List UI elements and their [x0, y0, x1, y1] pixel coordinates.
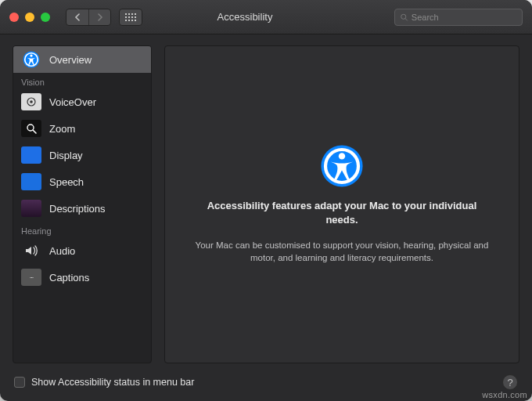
footer: Show Accessibility status in menu bar ? — [0, 363, 532, 401]
menubar-status-checkbox-row[interactable]: Show Accessibility status in menu bar — [14, 377, 194, 388]
menubar-status-label: Show Accessibility status in menu bar — [31, 377, 194, 388]
search-icon — [400, 13, 408, 22]
voiceover-icon — [21, 93, 41, 110]
chevron-right-icon — [97, 13, 103, 21]
close-button[interactable] — [9, 13, 19, 22]
svg-line-1 — [405, 18, 407, 20]
sidebar-section-hearing: Hearing — [13, 222, 151, 237]
sidebar-item-label: Speech — [49, 176, 84, 188]
svg-point-4 — [30, 54, 32, 56]
accessibility-hero-icon — [320, 144, 364, 188]
svg-point-11 — [339, 153, 345, 159]
audio-icon — [21, 242, 41, 259]
sidebar-item-speech[interactable]: Speech — [13, 168, 151, 195]
accessibility-icon — [21, 51, 41, 68]
content-pane: Accessibility features adapt your Mac to… — [164, 45, 519, 363]
search-input[interactable] — [412, 13, 517, 22]
zoom-icon — [21, 120, 41, 137]
speech-icon — [21, 173, 41, 190]
back-button[interactable] — [66, 9, 88, 25]
sidebar-item-overview[interactable]: Overview — [13, 46, 151, 73]
descriptions-icon — [21, 200, 41, 217]
sidebar-item-audio[interactable]: Audio — [13, 237, 151, 264]
window-body: Overview Vision VoiceOver Zoom Display — [0, 34, 532, 363]
titlebar: Accessibility — [0, 0, 532, 34]
menubar-status-checkbox[interactable] — [14, 377, 25, 388]
zoom-button[interactable] — [41, 13, 50, 22]
sidebar-item-label: Overview — [49, 54, 92, 66]
preferences-window: Accessibility Overview Vision — [0, 0, 532, 401]
search-field[interactable] — [394, 9, 523, 26]
sidebar-item-descriptions[interactable]: Descriptions — [13, 195, 151, 222]
captions-icon: ··· — [21, 269, 41, 286]
display-icon — [21, 146, 41, 164]
window-controls — [9, 13, 50, 22]
minimize-button[interactable] — [25, 13, 34, 22]
watermark: wsxdn.com — [482, 390, 527, 399]
sidebar-item-label: Zoom — [49, 123, 75, 135]
sidebar-item-voiceover[interactable]: VoiceOver — [13, 89, 151, 115]
sidebar-item-label: Display — [49, 150, 83, 161]
svg-line-8 — [33, 130, 36, 133]
sidebar-item-label: Descriptions — [49, 203, 106, 215]
sidebar-item-label: Audio — [49, 245, 75, 257]
sidebar-item-label: Captions — [49, 272, 89, 284]
content-subtext: Your Mac can be customised to support yo… — [195, 239, 489, 265]
sidebar-item-captions[interactable]: ··· Captions — [13, 264, 151, 291]
content-heading: Accessibility features adapt your Mac to… — [195, 199, 489, 227]
sidebar[interactable]: Overview Vision VoiceOver Zoom Display — [13, 45, 152, 363]
window-title: Accessibility — [103, 11, 386, 23]
sidebar-item-zoom[interactable]: Zoom — [13, 115, 151, 142]
sidebar-section-vision: Vision — [13, 73, 151, 89]
svg-point-6 — [30, 100, 33, 103]
help-button[interactable]: ? — [502, 374, 518, 390]
sidebar-item-display[interactable]: Display — [13, 142, 151, 168]
chevron-left-icon — [74, 13, 81, 21]
sidebar-item-label: VoiceOver — [49, 96, 96, 108]
